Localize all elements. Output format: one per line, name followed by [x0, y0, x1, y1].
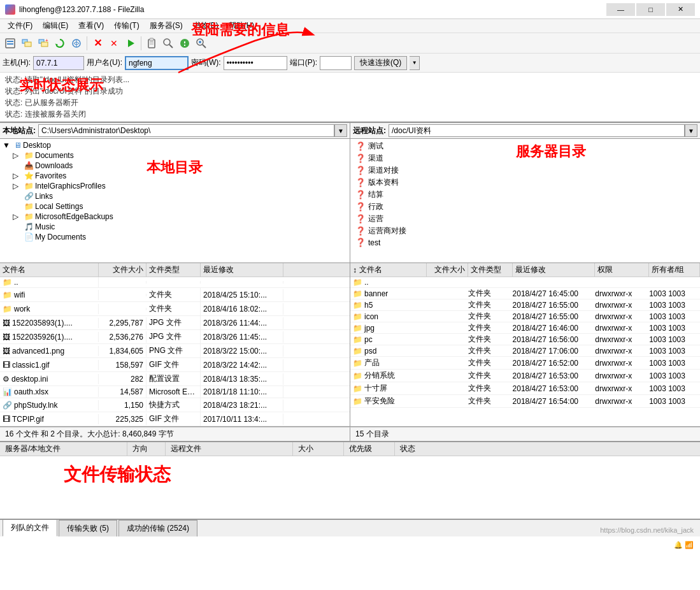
tree-item-mydocs[interactable]: 📄 My Documents [0, 232, 350, 242]
local-file-dotdot[interactable]: 📁 .. [0, 277, 350, 288]
local-path-input[interactable] [38, 124, 334, 137]
remote-file-icon[interactable]: 📁 icon 文件夹 2018/4/27 16:55:00 drwxrwxr-x… [350, 311, 700, 322]
tree-expand-intel[interactable]: ▷ [13, 182, 23, 191]
menu-file[interactable]: 文件(F) [3, 19, 38, 32]
remote-tree-version[interactable]: ❓ 版本资料 [350, 176, 700, 189]
local-file-work[interactable]: 📁 work 文件夹 2018/4/16 18:02:... [0, 302, 350, 316]
local-col-name[interactable]: 文件名 [0, 263, 99, 277]
tree-item-music[interactable]: 🎵 Music [0, 222, 350, 232]
tree-item-desktop[interactable]: ▼ 🖥 Desktop [0, 140, 350, 150]
tab-queued-files[interactable]: 列队的文件 [3, 519, 57, 536]
remote-file-jpg[interactable]: 📁 jpg 文件夹 2018/4/27 16:46:00 drwxrwxr-x … [350, 322, 700, 334]
local-file-xlsx[interactable]: 📊 oauth.xlsx 14,587 Microsoft Exc... 201… [0, 386, 350, 398]
remote-path-bar: 远程站点: ▼ [350, 123, 700, 138]
remote-tree-yn[interactable]: ❓ 运营 [350, 213, 700, 225]
tree-expand-msedge[interactable]: ▷ [13, 212, 23, 221]
tree-expand-docs[interactable]: ▷ [13, 151, 23, 160]
remote-file-banner[interactable]: 📁 banner 文件夹 2018/4/27 16:45:00 drwxrwxr… [350, 288, 700, 299]
menu-help[interactable]: 帮助(H) [224, 19, 260, 32]
tb-find[interactable] [194, 36, 209, 51]
remote-tree-test[interactable]: ❓ test [350, 237, 700, 248]
tree-item-links[interactable]: 🔗 Links [0, 191, 350, 201]
local-path-browse[interactable]: ▼ [334, 124, 347, 137]
remote-path-browse[interactable]: ▼ [685, 124, 697, 137]
status-line-4: 状态: 连接被服务器关闭 [5, 108, 695, 120]
remote-col-type[interactable]: 文件类型 [468, 263, 513, 277]
remote-path-input[interactable] [389, 124, 685, 137]
tb-search[interactable] [161, 36, 176, 51]
icon-folder-pingan: 📁 [353, 397, 362, 406]
local-file-png[interactable]: 🖼 advanced1.png 1,834,605 PNG 文件 2018/3/… [0, 344, 350, 358]
local-date-lnk: 2018/4/23 18:21:... [201, 399, 283, 411]
host-input[interactable] [33, 56, 84, 70]
password-input[interactable] [224, 56, 287, 70]
local-col-date[interactable]: 最近修改 [201, 263, 283, 277]
remote-file-h5[interactable]: 📁 h5 文件夹 2018/4/27 16:55:00 drwxrwxr-x 1… [350, 299, 700, 311]
remote-tree-qudao[interactable]: ❓ 渠道 [350, 152, 700, 164]
local-file-jpg2[interactable]: 🖼 1522035926(1).... 2,536,276 JPG 文件 201… [0, 330, 350, 344]
minimize-button[interactable]: — [606, 3, 635, 16]
tb-open-manager[interactable] [3, 36, 18, 51]
remote-file-shicun[interactable]: 📁 十寸屏 文件夹 2018/4/27 16:53:00 drwxrwxr-x … [350, 382, 700, 395]
local-file-gif2[interactable]: 🎞 TCPIP.gif 225,325 GIF 文件 2017/10/11 13… [0, 412, 350, 426]
local-file-jpg1[interactable]: 🖼 1522035893(1).... 2,295,787 JPG 文件 201… [0, 316, 350, 330]
remote-file-dotdot[interactable]: 📁 .. [350, 277, 700, 288]
menu-view[interactable]: 查看(V) [73, 19, 109, 32]
tb-log[interactable] [177, 36, 192, 51]
menu-edit[interactable]: 编辑(E) [38, 19, 73, 32]
remote-tree-js[interactable]: ❓ 结算 [350, 189, 700, 201]
local-type-work: 文件夹 [146, 302, 201, 315]
tree-item-intel[interactable]: ▷ 📁 IntelGraphicsProfiles [0, 181, 350, 191]
tab-successful-transfers[interactable]: 成功的传输 (2524) [118, 520, 197, 536]
remote-tree-qudaodj[interactable]: ❓ 渠道对接 [350, 164, 700, 176]
local-file-gif1[interactable]: 🎞 classic1.gif 158,597 GIF 文件 2018/3/22 … [0, 358, 350, 372]
tb-cancel2[interactable]: ✕ [106, 36, 122, 51]
remote-col-date[interactable]: 最近修改 [513, 263, 596, 277]
tb-btn2[interactable] [19, 36, 34, 51]
svg-line-17 [169, 45, 173, 48]
close-button[interactable]: ✕ [666, 3, 695, 16]
local-file-lnk[interactable]: 🔗 phpStudy.lnk 1,150 快捷方式 2018/4/23 18:2… [0, 398, 350, 412]
tree-item-msedge[interactable]: ▷ 📁 MicrosoftEdgeBackups [0, 212, 350, 222]
remote-file-chanpin[interactable]: 📁 产品 文件夹 2018/4/27 16:52:00 drwxrwxr-x 1… [350, 357, 700, 370]
tree-expand-fav[interactable]: ▷ [13, 171, 23, 180]
remote-tree-xz[interactable]: ❓ 行政 [350, 201, 700, 213]
remote-filename-pc: pc [364, 335, 373, 344]
maximize-button[interactable]: □ [636, 3, 665, 16]
remote-tree-ynsdj[interactable]: ❓ 运营商对接 [350, 225, 700, 237]
quickconnect-button[interactable]: 快速连接(Q) [354, 56, 407, 70]
tb-refresh[interactable] [52, 36, 68, 51]
menu-transfer[interactable]: 传输(T) [109, 19, 144, 32]
tb-btn3[interactable]: + [36, 36, 51, 51]
local-col-type[interactable]: 文件类型 [146, 263, 201, 277]
remote-col-size[interactable]: 文件大小 [427, 263, 468, 277]
tree-item-local-settings[interactable]: 📁 Local Settings [0, 201, 350, 212]
remote-tree-ceshi[interactable]: ❓ 测试 [350, 140, 700, 152]
username-input[interactable] [125, 56, 189, 70]
remote-col-name[interactable]: ↕文件名 [350, 263, 427, 277]
remote-col-perm[interactable]: 权限 [595, 263, 649, 277]
quickconnect-dropdown[interactable]: ▼ [410, 56, 420, 70]
menu-server[interactable]: 服务器(S) [145, 19, 188, 32]
tb-play[interactable] [123, 36, 138, 51]
local-file-wifi[interactable]: 📁 wifi 文件夹 2018/4/25 15:10:... [0, 288, 350, 302]
local-col-size[interactable]: 文件大小 [99, 263, 146, 277]
remote-col-owner[interactable]: 所有者/组 [649, 263, 700, 277]
tree-item-documents[interactable]: ▷ 📁 Documents [0, 150, 350, 161]
tree-expand-desktop[interactable]: ▼ [3, 141, 13, 150]
tb-network[interactable] [69, 36, 84, 51]
local-file-ini[interactable]: ⚙ desktop.ini 282 配置设置 2018/4/13 18:35:.… [0, 372, 350, 386]
remote-file-pc[interactable]: 📁 pc 文件夹 2018/4/27 16:56:00 drwxrwxr-x 1… [350, 334, 700, 345]
remote-file-pingan[interactable]: 📁 平安免险 文件夹 2018/4/27 16:54:00 drwxrwxr-x… [350, 395, 700, 408]
remote-file-psd[interactable]: 📁 psd 文件夹 2018/4/27 17:06:00 drwxrwxr-x … [350, 345, 700, 357]
tb-clipboard[interactable] [144, 36, 159, 51]
tree-item-downloads[interactable]: 📥 Downloads [0, 161, 350, 171]
tree-item-favorites[interactable]: ▷ ⭐ Favorites [0, 171, 350, 181]
icon-xlsx: 📊 [3, 387, 12, 396]
port-input[interactable] [320, 56, 352, 70]
window-controls: — □ ✕ [606, 3, 695, 16]
menu-bookmark[interactable]: 书签(B) [188, 19, 224, 32]
tab-failed-transfers[interactable]: 传输失败 (5) [59, 520, 117, 536]
remote-file-fenxiao[interactable]: 📁 分销系统 文件夹 2018/4/27 16:53:00 drwxrwxr-x… [350, 370, 700, 382]
tb-cancel[interactable]: ✕ [90, 36, 105, 51]
